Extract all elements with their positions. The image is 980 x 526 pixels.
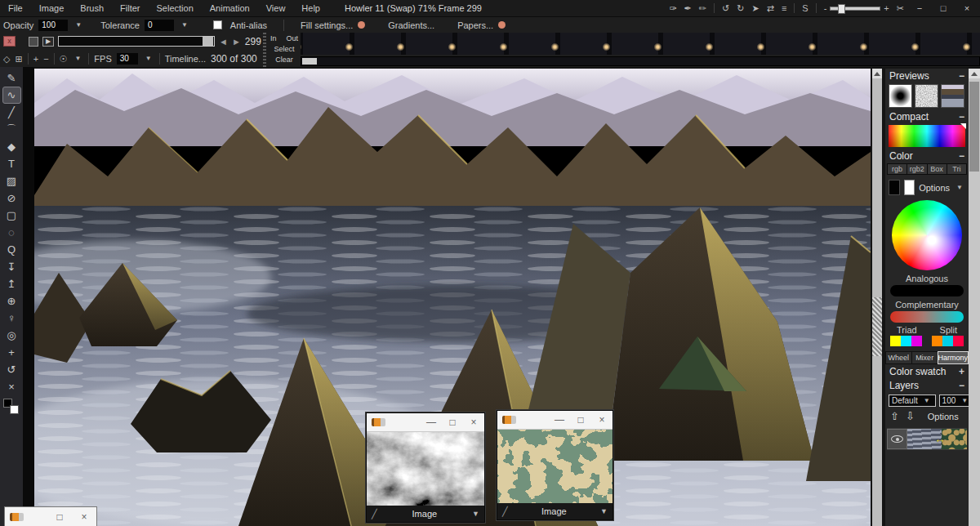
menu-brush[interactable]: Brush <box>72 3 112 13</box>
complementary-bar[interactable] <box>890 311 964 323</box>
fill-settings-button[interactable]: Fill settings... <box>301 20 353 30</box>
lamp-tool[interactable]: ♀ <box>2 310 21 327</box>
scroll-up-icon[interactable] <box>872 69 882 78</box>
pin-tool[interactable]: ↥ <box>2 275 21 292</box>
restore-button[interactable]: □ <box>935 3 951 13</box>
canvas-vscrollbar[interactable] <box>872 69 882 526</box>
zoom-out-icon[interactable]: - <box>824 1 827 16</box>
previews-collapse-icon[interactable]: − <box>959 70 964 82</box>
freehand-paint-tool[interactable]: ∿ <box>2 87 21 104</box>
fill-settings-indicator[interactable] <box>358 21 365 29</box>
layer-down-icon[interactable]: ⇩ <box>906 410 915 422</box>
color-collapse-icon[interactable]: − <box>959 150 964 162</box>
layer-visibility-toggle[interactable] <box>887 429 907 449</box>
ellipse-select-tool[interactable]: ◌ <box>2 224 21 241</box>
papers-indicator[interactable] <box>498 21 506 29</box>
redo-icon[interactable]: ↻ <box>737 1 744 16</box>
filled-shape-tool[interactable]: ▨ <box>2 172 21 189</box>
color-tab-tri[interactable]: Tri <box>947 164 966 174</box>
camo-texture[interactable] <box>497 430 612 503</box>
frame-scrubber-handle[interactable] <box>203 37 213 46</box>
source-selector[interactable]: ╱ Image ▼ <box>367 506 484 522</box>
stop-button[interactable] <box>29 37 38 47</box>
tolerance-dropdown-icon[interactable]: ▼ <box>179 21 190 29</box>
bulb-dropdown-icon[interactable]: ▼ <box>72 55 83 62</box>
frame-range-icon[interactable]: ⊞ <box>15 51 22 66</box>
color-tab-rgb[interactable]: rgb <box>888 164 906 174</box>
split-swatch-1[interactable] <box>932 336 942 346</box>
add-frame-button[interactable]: + <box>33 51 38 66</box>
pen-tool[interactable]: ✎ <box>2 69 21 87</box>
next-frame-icon[interactable]: ► <box>232 37 241 47</box>
menu-view[interactable]: View <box>258 3 294 13</box>
mini-window-titlebar[interactable]: □ × <box>5 507 96 526</box>
tolerance-value[interactable]: 0 <box>145 20 174 31</box>
triad-swatch-2[interactable] <box>901 336 911 346</box>
fps-value[interactable]: 30 <box>117 53 138 65</box>
currency-icon[interactable]: S <box>802 1 808 16</box>
deselect-tool[interactable]: × <box>2 378 21 395</box>
mode-tab-harmony[interactable]: Harmony <box>938 352 969 363</box>
zoom-slider[interactable]: - + <box>824 1 889 16</box>
curve-tool[interactable]: ⌒ <box>2 121 21 138</box>
layer-options-button[interactable]: Options <box>928 412 959 421</box>
secondary-color-swatch[interactable] <box>904 180 915 195</box>
prev-frame-icon[interactable]: ◄ <box>219 37 228 47</box>
maximize-icon[interactable]: □ <box>47 511 72 523</box>
zoom-100-tool[interactable]: ◎ <box>2 327 21 344</box>
remove-frame-button[interactable]: − <box>43 51 48 66</box>
list-icon[interactable]: ≡ <box>782 1 786 16</box>
paper-preview[interactable] <box>915 84 938 108</box>
gradients-button[interactable]: Gradients... <box>388 20 434 30</box>
primary-color-swatch[interactable] <box>889 180 900 195</box>
source-dropdown-icon[interactable]: ▼ <box>600 507 608 515</box>
select-button[interactable]: Select <box>270 44 299 55</box>
bulb-icon[interactable]: ☉ <box>60 51 68 66</box>
texture-window-clouds[interactable]: — □ × ╱ Image ▼ <box>366 412 485 523</box>
menu-filter[interactable]: Filter <box>112 3 148 13</box>
minimize-icon[interactable]: — <box>549 414 570 426</box>
analogous-bar[interactable] <box>890 285 964 296</box>
line-tool[interactable]: ╱ <box>2 104 21 121</box>
panel-vscrollbar-thumb[interactable] <box>969 82 979 172</box>
close-icon[interactable]: × <box>463 417 484 428</box>
minimize-button[interactable]: − <box>911 3 928 13</box>
color-options-button[interactable]: Options <box>919 183 950 193</box>
opacity-dropdown-icon[interactable]: ▼ <box>73 21 84 29</box>
papers-button[interactable]: Papers... <box>457 20 493 30</box>
layer-blend-dropdown[interactable]: Default▼ <box>889 394 936 407</box>
triad-swatch-1[interactable] <box>890 336 901 346</box>
split-swatch-2[interactable] <box>942 336 953 346</box>
anchor-icon[interactable]: ◇ <box>3 51 10 66</box>
triad-swatch-3[interactable] <box>911 336 922 346</box>
swap-icon[interactable]: ⇄ <box>767 1 774 16</box>
window-titlebar[interactable]: — □ × <box>367 413 484 432</box>
airbrush-1-icon[interactable]: ✑ <box>669 1 676 16</box>
airbrush-2-icon[interactable]: ✒ <box>684 1 692 16</box>
panel-vscrollbar[interactable] <box>969 69 980 526</box>
compact-color-strip[interactable] <box>889 125 965 147</box>
timeline-button[interactable]: Timeline... <box>165 54 206 64</box>
maximize-icon[interactable]: □ <box>570 414 591 426</box>
knife-icon[interactable]: ✂ <box>897 1 904 16</box>
zoom-tool[interactable]: Q <box>2 241 21 258</box>
fg-bg-swatches[interactable] <box>2 399 20 417</box>
color-swatch-expand-icon[interactable]: + <box>959 366 964 377</box>
canvas-vscrollbar-thumb[interactable] <box>872 297 882 356</box>
zoom-in-icon[interactable]: + <box>884 1 889 16</box>
mode-tab-mixer[interactable]: Mixer <box>912 352 938 363</box>
antialias-checkbox[interactable] <box>213 20 222 29</box>
stamp-tool[interactable]: ⊕ <box>2 292 21 310</box>
panel-scroll-up-icon[interactable] <box>969 69 980 78</box>
texture-window-camo[interactable]: — □ × ╱ Image ▼ <box>497 410 613 520</box>
layer-row[interactable]: ↔ <box>887 428 967 450</box>
minimize-icon[interactable]: — <box>421 417 442 428</box>
cursor-icon[interactable]: ➤ <box>751 1 759 16</box>
zoom-slider-handle[interactable] <box>838 4 845 14</box>
rect-select-tool[interactable]: ▢ <box>2 207 21 224</box>
brush-preview[interactable] <box>889 84 912 108</box>
close-button[interactable]: × <box>959 3 975 13</box>
frame-scrubber[interactable] <box>58 36 215 47</box>
layers-collapse-icon[interactable]: − <box>959 380 964 391</box>
menu-file[interactable]: File <box>0 3 31 13</box>
